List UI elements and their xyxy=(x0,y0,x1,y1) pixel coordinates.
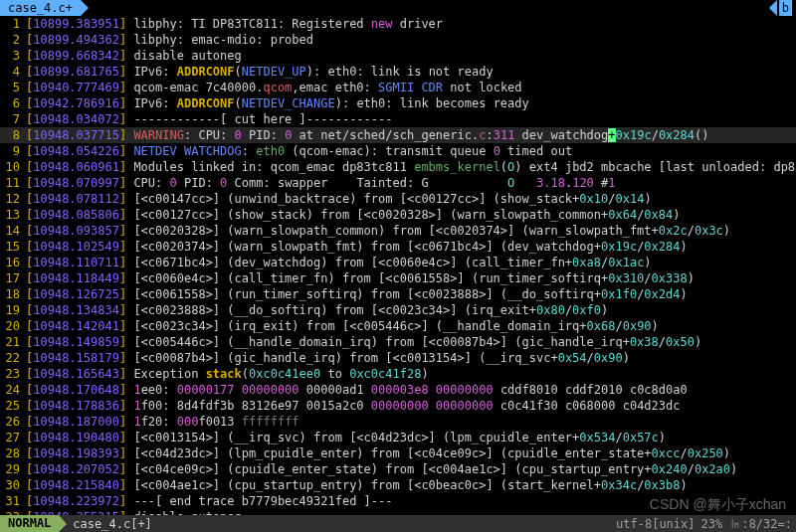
code-line[interactable]: 13[10948.085806] [<c00127cc>] (show_stac… xyxy=(0,207,796,223)
line-text: [10948.093857] [<c0020328>] (warn_slowpa… xyxy=(26,223,730,239)
code-line[interactable]: 22[10948.158179] [<c00087b4>] (gic_handl… xyxy=(0,350,796,366)
line-text: [10948.178836] 1f00: 8d4fdf3b 83126e97 0… xyxy=(26,398,680,414)
code-line[interactable]: 10[10948.060961] Modules linked in: qcom… xyxy=(0,159,796,175)
line-number: 3 xyxy=(0,48,26,64)
line-number: 15 xyxy=(0,239,26,255)
line-number: 1 xyxy=(0,16,26,32)
code-line[interactable]: 15[10948.102549] [<c0020374>] (warn_slow… xyxy=(0,239,796,255)
line-text: [10948.149859] [<c005446c>] (__handle_do… xyxy=(26,334,701,350)
code-line[interactable]: 9[10948.054226] NETDEV WATCHDOG: eth0 (q… xyxy=(0,143,796,159)
line-text: [10948.034072] ------------[ cut here ]-… xyxy=(26,111,392,127)
line-number: 4 xyxy=(0,64,26,80)
line-number: 13 xyxy=(0,207,26,223)
code-line[interactable]: 8[10948.037715] WARNING: CPU: 0 PID: 0 a… xyxy=(0,127,796,143)
line-text: [10948.037715] WARNING: CPU: 0 PID: 0 at… xyxy=(26,127,708,143)
code-line[interactable]: 2[10899.494362] libphy: emac-mdio: probe… xyxy=(0,32,796,48)
code-line[interactable]: 6[10942.786916] IPv6: ADDRCONF(NETDEV_CH… xyxy=(0,95,796,111)
code-line[interactable]: 5[10940.777469] qcom-emac 7c40000.qcom,e… xyxy=(0,80,796,95)
line-number: 25 xyxy=(0,398,26,414)
line-text: [10899.681765] IPv6: ADDRCONF(NETDEV_UP)… xyxy=(26,64,494,80)
line-number: 14 xyxy=(0,223,26,239)
mode-indicator: NORMAL xyxy=(0,515,59,532)
code-line[interactable]: 12[10948.078112] [<c00147cc>] (unwind_ba… xyxy=(0,191,796,207)
code-line[interactable]: 4[10899.681765] IPv6: ADDRCONF(NETDEV_UP… xyxy=(0,64,796,80)
code-line[interactable]: 24[10948.170648] 1ee0: 00000177 00000000… xyxy=(0,382,796,398)
line-number: 19 xyxy=(0,302,26,318)
line-text: [10948.158179] [<c00087b4>] (gic_handle_… xyxy=(26,350,630,366)
line-text: [10948.085806] [<c00127cc>] (show_stack)… xyxy=(26,207,681,223)
line-text: [10948.207052] [<c04ce09c>] (cpuidle_ent… xyxy=(26,461,737,477)
line-text: [10948.126725] [<c0061558>] (run_timer_s… xyxy=(26,286,688,302)
line-number: 30 xyxy=(0,477,26,493)
line-text: [10948.198393] [<c04d23dc>] (lpm_cpuidle… xyxy=(26,445,730,461)
line-text: [10948.223972] ---[ end trace b7779bec49… xyxy=(26,493,392,509)
line-text: [10948.215840] [<c004ae1c>] (cpu_startup… xyxy=(26,477,688,493)
code-line[interactable]: 3[10899.668342] disable autoneg xyxy=(0,48,796,64)
line-number: 20 xyxy=(0,318,26,334)
line-number: 26 xyxy=(0,414,26,430)
line-number: 16 xyxy=(0,255,26,270)
tab-active[interactable]: case_4.c+ xyxy=(0,0,81,16)
line-text: [10948.060961] Modules linked in: qcom_e… xyxy=(26,159,796,175)
line-number: 17 xyxy=(0,270,26,286)
line-text: [10948.170648] 1ee0: 00000177 00000000 0… xyxy=(26,382,688,398)
line-text: [10948.078112] [<c00147cc>] (unwind_back… xyxy=(26,191,652,207)
line-number: 12 xyxy=(0,191,26,207)
line-text: [10948.134834] [<c0023888>] (__do_softir… xyxy=(26,302,608,318)
line-number: 24 xyxy=(0,382,26,398)
line-number: 29 xyxy=(0,461,26,477)
code-line[interactable]: 30[10948.215840] [<c004ae1c>] (cpu_start… xyxy=(0,477,796,493)
line-number: 7 xyxy=(0,111,26,127)
line-number: 23 xyxy=(0,366,26,382)
line-number: 27 xyxy=(0,430,26,445)
line-text: [10948.102549] [<c0020374>] (warn_slowpa… xyxy=(26,239,688,255)
code-line[interactable]: 27[10948.190480] [<c0013154>] (__irq_svc… xyxy=(0,430,796,445)
code-line[interactable]: 21[10948.149859] [<c005446c>] (__handle_… xyxy=(0,334,796,350)
line-number: 31 xyxy=(0,493,26,509)
status-filename: case_4.c[+] xyxy=(59,516,151,532)
code-line[interactable]: 18[10948.126725] [<c0061558>] (run_timer… xyxy=(0,286,796,302)
line-number: 9 xyxy=(0,143,26,159)
code-line[interactable]: 17[10948.118449] [<c0060e4c>] (call_time… xyxy=(0,270,796,286)
line-number: 10 xyxy=(0,159,26,175)
tab-overflow: b xyxy=(779,0,792,16)
code-line[interactable]: 26[10948.187000] 1f20: 000f0013 ffffffff xyxy=(0,414,796,430)
line-number: 5 xyxy=(0,80,26,95)
code-line[interactable]: 19[10948.134834] [<c0023888>] (__do_soft… xyxy=(0,302,796,318)
line-number: 11 xyxy=(0,175,26,191)
line-text: [10948.110711] [<c0671bc4>] (dev_watchdo… xyxy=(26,255,652,270)
line-text: [10899.494362] libphy: emac-mdio: probed xyxy=(26,32,313,48)
code-line[interactable]: 28[10948.198393] [<c04d23dc>] (lpm_cpuid… xyxy=(0,445,796,461)
status-position: 23% ㏑:8/32=: xyxy=(701,516,792,532)
code-line[interactable]: 7[10948.034072] ------------[ cut here ]… xyxy=(0,111,796,127)
line-text: [10899.383951] libphy: TI DP83TC811: Reg… xyxy=(26,16,443,32)
status-bar: NORMAL case_4.c[+] utf-8[unix] 23% ㏑:8/3… xyxy=(0,515,796,532)
code-line[interactable]: 20[10948.142041] [<c0023c34>] (irq_exit)… xyxy=(0,318,796,334)
line-text: [10948.142041] [<c0023c34>] (irq_exit) f… xyxy=(26,318,659,334)
tab-bar: case_4.c+ b xyxy=(0,0,796,16)
line-number: 8 xyxy=(0,127,26,143)
line-text: [10948.118449] [<c0060e4c>] (call_timer_… xyxy=(26,270,695,286)
line-text: [10942.786916] IPv6: ADDRCONF(NETDEV_CHA… xyxy=(26,95,529,111)
line-text: [10948.190480] [<c0013154>] (__irq_svc) … xyxy=(26,430,666,445)
line-number: 6 xyxy=(0,95,26,111)
code-line[interactable]: 14[10948.093857] [<c0020328>] (warn_slow… xyxy=(0,223,796,239)
status-encoding: utf-8[unix] xyxy=(616,516,695,532)
line-text: [10948.054226] NETDEV WATCHDOG: eth0 (qc… xyxy=(26,143,572,159)
code-line[interactable]: 1[10899.383951] libphy: TI DP83TC811: Re… xyxy=(0,16,796,32)
line-number: 28 xyxy=(0,445,26,461)
line-text: [10948.187000] 1f20: 000f0013 ffffffff xyxy=(26,414,299,430)
code-line[interactable]: 31[10948.223972] ---[ end trace b7779bec… xyxy=(0,493,796,509)
line-text: [10940.777469] qcom-emac 7c40000.qcom,em… xyxy=(26,80,522,95)
code-line[interactable]: 25[10948.178836] 1f00: 8d4fdf3b 83126e97… xyxy=(0,398,796,414)
code-line[interactable]: 11[10948.070997] CPU: 0 PID: 0 Comm: swa… xyxy=(0,175,796,191)
code-line[interactable]: 16[10948.110711] [<c0671bc4>] (dev_watch… xyxy=(0,255,796,270)
line-number: 2 xyxy=(0,32,26,48)
line-text: [10948.070997] CPU: 0 PID: 0 Comm: swapp… xyxy=(26,175,616,191)
line-text: [10899.668342] disable autoneg xyxy=(26,48,242,64)
line-number: 22 xyxy=(0,350,26,366)
line-number: 18 xyxy=(0,286,26,302)
code-line[interactable]: 23[10948.165643] Exception stack(0xc0c41… xyxy=(0,366,796,382)
editor-content[interactable]: 1[10899.383951] libphy: TI DP83TC811: Re… xyxy=(0,16,796,515)
code-line[interactable]: 29[10948.207052] [<c04ce09c>] (cpuidle_e… xyxy=(0,461,796,477)
